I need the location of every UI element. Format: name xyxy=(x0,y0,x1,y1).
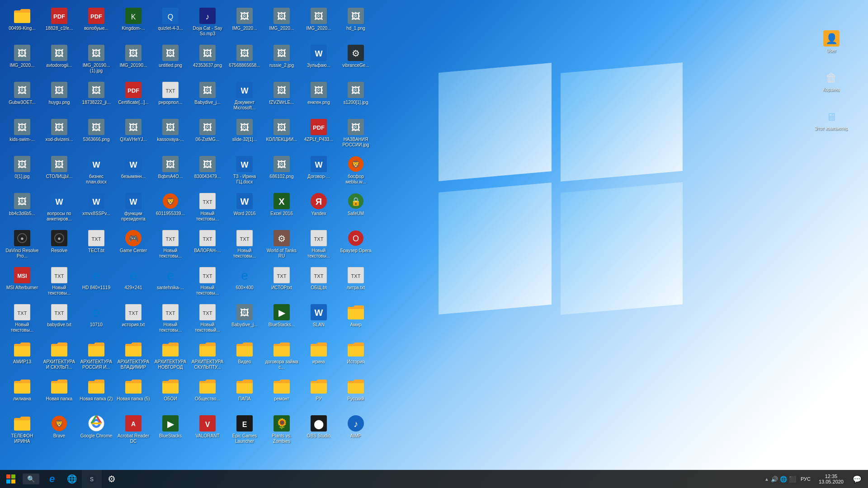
desktop-icon-edge429[interactable]: e429×241 xyxy=(115,264,151,300)
desktop-icon-istoriya2[interactable]: История xyxy=(338,338,374,375)
desktop-icon-gubw[interactable]: 🖼Gubw3OET... xyxy=(4,79,40,115)
desktop-icon-img2020_3[interactable]: 🖼IMG_2020... xyxy=(264,5,300,41)
desktop-icon-novtxt8[interactable]: TXTНовый текстовы... xyxy=(301,227,337,263)
desktop-icon-fzvzwr[interactable]: 🖼fZVZWrLE... xyxy=(264,79,300,115)
desktop-icon-excel2016[interactable]: XExcel 2016 xyxy=(264,190,300,226)
desktop-icon-amir2[interactable]: Амир xyxy=(338,301,374,338)
desktop-icon-novpapka[interactable]: Новая папка xyxy=(41,375,77,412)
taskbar-chrome[interactable]: 🌐 xyxy=(62,470,82,488)
desktop-icon-10710[interactable]: e10710 xyxy=(78,301,114,338)
desktop-icon-img2020_4[interactable]: 🖼IMG_2020... xyxy=(301,5,337,41)
desktop-icon-arh_novg[interactable]: АРХИТЕКТУРА НОВГОРОД xyxy=(152,338,189,375)
desktop-icon-func_pres[interactable]: Wфункции президента xyxy=(115,190,151,226)
desktop-icon-xod[interactable]: 🖼xod-divizeni... xyxy=(41,116,77,152)
desktop-icon-zulfan[interactable]: WЗульфаю... xyxy=(301,42,337,78)
desktop-icon-0_1[interactable]: 🖼0[1].jpg xyxy=(4,153,40,189)
desktop-icon-papa[interactable]: ПАПА xyxy=(226,375,263,412)
desktop-icon-wot[interactable]: ⚙World of Tanks RU xyxy=(264,227,300,263)
desktop-icon-18738[interactable]: 🖼18738222_ji... xyxy=(78,79,114,115)
desktop-icon-russkiy[interactable]: Русский xyxy=(338,375,374,412)
desktop-icon-oboi[interactable]: ОБОИ xyxy=(152,375,189,412)
desktop-icon-img2019_2[interactable]: 🖼IMG_20190... xyxy=(115,42,151,78)
desktop-icon-doja[interactable]: ♪Doja Cat - Say So.mp3 xyxy=(189,5,226,41)
desktop-icon-xmvx[interactable]: Wxmvx8SSPv... xyxy=(78,190,114,226)
desktop-icon-ru[interactable]: РУ xyxy=(301,375,337,412)
desktop-icon-686102[interactable]: 🖼686102.png xyxy=(264,153,300,189)
desktop-icon-edge600[interactable]: e600×400 xyxy=(226,264,263,300)
desktop-icon-arh_vlad[interactable]: АРХИТЕКТУРА ВЛАДИМИР xyxy=(115,338,151,375)
desktop-icon-word2016[interactable]: WWord 2016 xyxy=(226,190,263,226)
desktop-icon-hd840[interactable]: eHD 840×1119 xyxy=(78,264,114,300)
desktop-icon-novtxt2[interactable]: TXTНовый текстовы... xyxy=(41,264,77,300)
desktop-icon-epicgames[interactable]: EEpic Games Launcher xyxy=(226,413,263,449)
desktop-icon-telfon[interactable]: ТЕЛЕФОН ИРИНА xyxy=(4,413,40,449)
desktop-icon-slan[interactable]: WSLAN xyxy=(301,301,337,338)
desktop-icon-obshestvo[interactable]: Общество... xyxy=(189,375,226,412)
clock[interactable]: 12:35 13.05.2020 xyxy=(815,474,847,484)
desktop-icon-huygu[interactable]: 🖼huygu.png xyxy=(41,79,77,115)
desktop-icon-safeup[interactable]: 🔒SafeUM xyxy=(338,190,374,226)
desktop-icon-amir13[interactable]: АМИР13 xyxy=(4,338,40,375)
desktop-icon-gamecenter[interactable]: 🎮Game Center xyxy=(115,227,151,263)
desktop-icon-russie2[interactable]: 🖼russie_2.jpg xyxy=(264,42,300,78)
desktop-icon-irina[interactable]: ирина xyxy=(301,338,337,375)
desktop-icon-chrome[interactable]: Google Chrome xyxy=(78,413,114,449)
taskbar-search[interactable]: 🔍 xyxy=(23,474,39,484)
desktop-icon-untitled[interactable]: 🖼untitled.png xyxy=(152,42,189,78)
desktop-icon-bosphor[interactable]: 🦁босфор меblы.w... xyxy=(338,153,374,189)
desktop-icon-cert[interactable]: PDFCertificate[...]... xyxy=(115,79,151,115)
desktop-icon-img2020_2[interactable]: 🖼IMG_2020... xyxy=(226,5,263,41)
desktop-icon-06zst[interactable]: 🖼06-ZstMG... xyxy=(189,116,226,152)
desktop-icon-arh_skul[interactable]: АРХИТЕКТУРА СКУЛЬПТУ... xyxy=(189,338,226,375)
desktop-icon-obs[interactable]: ⬤OBS Studio xyxy=(301,413,337,449)
desktop-icon-novtxt4[interactable]: TXTНовый текстовы... xyxy=(152,301,189,338)
desktop-icon-obshbt[interactable]: TXTОБЩ.bt xyxy=(301,264,337,300)
desktop-icon-yandex[interactable]: ЯYandex xyxy=(301,190,337,226)
start-button[interactable] xyxy=(0,470,22,488)
desktop-icon-kids[interactable]: 🖼kids-swim-... xyxy=(4,116,40,152)
desktop-icon-dogovor_r[interactable]: WДоговор-... xyxy=(301,153,337,189)
desktop-icon-litra[interactable]: TXTлитра.txt xyxy=(338,264,374,300)
desktop-icon-babydive[interactable]: TXTbabydive.txt xyxy=(41,301,77,338)
desktop-icon-novtxt5[interactable]: TXTНовый текстовы... xyxy=(189,190,226,226)
systray-battery[interactable]: ⬛ xyxy=(789,476,796,483)
desktop-icon-engen[interactable]: 🖼енкген.png xyxy=(301,79,337,115)
desktop-icon-slide32[interactable]: 🖼slide-32[1]... xyxy=(226,116,263,152)
desktop-icon-santeh[interactable]: esantehnika-... xyxy=(152,264,189,300)
desktop-icon-test[interactable]: TXTТЕСТ.bt xyxy=(78,227,114,263)
desktop-icon-acrobat[interactable]: AAcrobat Reader DC xyxy=(115,413,151,449)
desktop-icon-kassov[interactable]: 🖼kassovaya-... xyxy=(152,116,189,152)
taskbar-steam[interactable]: S xyxy=(82,470,102,488)
desktop-icon-bqbm[interactable]: 🖼BqbmA4O... xyxy=(152,153,189,189)
desktop-icon-dogovor_zaym[interactable]: договора займа с... xyxy=(264,338,300,375)
desktop-icon-dokument[interactable]: WДокумент Microsoft... xyxy=(226,79,263,115)
desktop-icon-bezymyan[interactable]: Wбезымянн... xyxy=(115,153,151,189)
desktop-icon-novpapka2[interactable]: Новая папка (2) xyxy=(78,375,114,412)
desktop-icon-arh_russia[interactable]: АРХИТЕКТУРА РОССИЯ И... xyxy=(78,338,114,375)
desktop-icon-novpapka5[interactable]: Новая папка (5) xyxy=(115,375,151,412)
desktop-icon-5363[interactable]: 🖼5363666.png xyxy=(78,116,114,152)
desktop-icon-pnrp[interactable]: TXTрнрорпол... xyxy=(152,79,189,115)
systray-arrow[interactable]: ▲ xyxy=(764,477,769,482)
desktop-icon-novtxt1[interactable]: TXTНовый текстовы... xyxy=(4,301,40,338)
systray-network[interactable]: 🌐 xyxy=(780,476,787,483)
desktop-icon-opera[interactable]: OБраузер Opera xyxy=(338,227,374,263)
taskbar-settings[interactable]: ⚙ xyxy=(102,470,122,488)
desktop-icon-voloboy[interactable]: PDFволобуые... xyxy=(78,5,114,41)
desktop-icon-t3irina[interactable]: WТ3 - Ирина ГЦ.docx xyxy=(226,153,263,189)
desktop-icon-valorant[interactable]: VVALORANT xyxy=(189,413,226,449)
desktop-icon-novtxt3[interactable]: TXTНовый текстовы... xyxy=(152,227,189,263)
desktop-icon-aimp[interactable]: ♪AIMP xyxy=(338,413,374,449)
desktop-icon-resolve2[interactable]: ●Resolve xyxy=(41,227,77,263)
desktop-icon-avtodom[interactable]: 🖼avtodorogii... xyxy=(41,42,77,78)
desktop-icon-vibranceg[interactable]: ⚙vibranceGe... xyxy=(338,42,374,78)
desktop-icon-qxa[interactable]: 🖼QXaVHeYJ... xyxy=(115,116,151,152)
desktop-icon-msi[interactable]: MSIMSI Afterburner xyxy=(4,264,40,300)
desktop-icon-remont[interactable]: ремонт xyxy=(264,375,300,412)
desktop-icon-novtxtml[interactable]: TXTНовый текстовый... xyxy=(189,301,226,338)
desktop-icon-voprosy[interactable]: Wвопросы по анкетиров... xyxy=(41,190,77,226)
desktop-icon-6011[interactable]: 🦁6011955339... xyxy=(152,190,189,226)
desktop-icon-83004[interactable]: 🖼830043479... xyxy=(189,153,226,189)
desktop-icon-brave1[interactable]: 🦁Brave xyxy=(41,413,77,449)
desktop-icon-video[interactable]: Видео xyxy=(226,338,263,375)
